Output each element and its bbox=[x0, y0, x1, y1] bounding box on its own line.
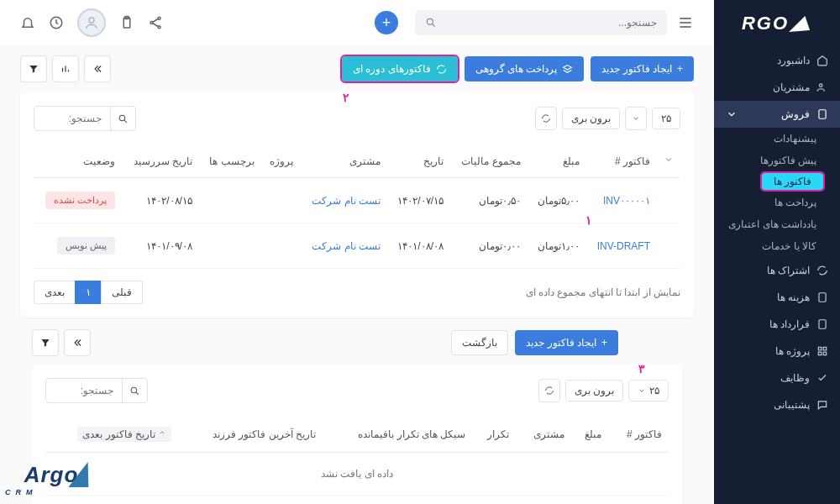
nav-support[interactable]: پشتیبانی bbox=[714, 391, 840, 418]
expand-button[interactable] bbox=[84, 55, 111, 82]
svg-point-16 bbox=[119, 115, 125, 121]
users-icon bbox=[816, 81, 828, 93]
clock-icon[interactable] bbox=[49, 15, 64, 30]
back-button[interactable]: بازگشت bbox=[451, 330, 508, 355]
filter-icon bbox=[39, 337, 51, 349]
clipboard-icon[interactable] bbox=[119, 15, 134, 30]
col2-nextdate[interactable]: تاریخ فاکتور بعدی bbox=[45, 417, 178, 453]
svg-rect-7 bbox=[823, 352, 827, 355]
nav-label: پروژه ها bbox=[775, 345, 810, 357]
subnav-proformas[interactable]: پیش فاکتورها bbox=[714, 150, 840, 171]
bell-icon[interactable] bbox=[20, 15, 35, 30]
new-invoice-button[interactable]: + ایجاد فاکتور جدید bbox=[591, 56, 694, 81]
col-due[interactable]: تاریخ سررسید bbox=[122, 144, 199, 178]
page-size-select-2[interactable]: ۲۵ bbox=[628, 380, 669, 402]
page-size-chevron[interactable] bbox=[625, 107, 647, 130]
table-search-input[interactable] bbox=[34, 108, 110, 129]
subnav-invoices[interactable]: فاکتور ها bbox=[762, 173, 823, 190]
cell-due: ۱۴۰۲/۰۸/۱۵ bbox=[122, 178, 199, 223]
share-icon[interactable] bbox=[148, 15, 163, 30]
crm-brand-logo: Argo CRM bbox=[5, 459, 97, 499]
table2-search-button[interactable] bbox=[122, 379, 147, 402]
chart-icon bbox=[60, 63, 71, 75]
col-tax[interactable]: مجموع مالیات bbox=[450, 144, 528, 178]
page-prev[interactable]: قبلی bbox=[101, 281, 143, 304]
nav-sales[interactable]: فروش bbox=[714, 101, 840, 128]
cell-tags bbox=[199, 178, 261, 223]
col2-cycles[interactable]: سیکل های تکرار باقیمانده bbox=[323, 417, 472, 453]
refresh-button[interactable] bbox=[535, 107, 557, 130]
file-icon bbox=[816, 318, 828, 330]
nav-contracts[interactable]: قرارداد ها bbox=[714, 311, 840, 338]
export-button[interactable]: برون بری bbox=[562, 108, 620, 129]
col-tags[interactable]: برچسب ها bbox=[199, 144, 261, 178]
search-input[interactable] bbox=[444, 17, 657, 29]
export-label: برون بری bbox=[571, 113, 611, 124]
export-button-2[interactable]: برون بری bbox=[565, 380, 623, 402]
expand-button-2[interactable] bbox=[64, 329, 91, 356]
subnav-proposals[interactable]: پیشنهادات bbox=[714, 128, 840, 150]
btn-label: پرداخت های گروهی bbox=[475, 63, 558, 75]
col-amount[interactable]: مبلغ bbox=[528, 144, 586, 178]
page-size-select[interactable]: ۲۵ bbox=[652, 108, 680, 129]
col2-repeat[interactable]: تکرار bbox=[472, 417, 516, 453]
page-next[interactable]: بعدی bbox=[34, 281, 75, 304]
cell-tax: ۰٫۰۰تومان bbox=[450, 223, 528, 269]
export-label: برون بری bbox=[575, 385, 614, 396]
invoice-link[interactable]: INV۰۰۰۰۰۱ bbox=[603, 195, 650, 207]
subnav-items[interactable]: کالا یا خدمات bbox=[714, 235, 840, 257]
search-icon bbox=[129, 386, 140, 396]
chat-icon bbox=[816, 399, 828, 411]
col2-invoice[interactable]: فاکتور # bbox=[608, 417, 669, 453]
col2-lastchild[interactable]: تاریخ آخرین فاکتور فرزند bbox=[178, 417, 323, 453]
svg-rect-2 bbox=[819, 293, 826, 302]
invoice-link[interactable]: INV-DRAFT bbox=[597, 240, 650, 252]
sidebar: RGO داشبورد مشتریان فروش پیشنهادات پیش ف… bbox=[714, 0, 840, 504]
svg-rect-4 bbox=[818, 347, 822, 350]
col-project[interactable]: پروژه bbox=[261, 144, 301, 178]
nav-customers[interactable]: مشتریان bbox=[714, 74, 840, 101]
page-1[interactable]: ۱ bbox=[75, 281, 101, 304]
nav-dashboard[interactable]: داشبورد bbox=[714, 47, 840, 74]
col2-customer[interactable]: مشتری bbox=[516, 417, 571, 453]
cell-project bbox=[261, 223, 301, 269]
customer-link[interactable]: تست نام شرکت bbox=[312, 240, 381, 252]
filter-button-2[interactable] bbox=[32, 329, 59, 356]
quick-add-button[interactable]: + bbox=[375, 11, 398, 34]
subnav-creditnotes[interactable]: یادداشت های اعتباری bbox=[714, 213, 840, 235]
row-toggle-header[interactable] bbox=[657, 144, 680, 178]
refresh-icon bbox=[544, 386, 554, 396]
global-search[interactable] bbox=[415, 10, 667, 35]
home-icon bbox=[816, 55, 828, 66]
nav-projects[interactable]: پروژه ها bbox=[714, 338, 840, 365]
subnav-payments[interactable]: پرداخت ها bbox=[714, 192, 840, 213]
nav-tasks[interactable]: وظایف bbox=[714, 365, 840, 391]
cell-amount: ۱٫۰۰تومان bbox=[528, 223, 586, 269]
recurring-invoices-card: ۲۵ برون بری bbox=[32, 365, 682, 504]
nav-subscriptions[interactable]: اشتراک ها bbox=[714, 257, 840, 284]
nav-expenses[interactable]: هزینه ها bbox=[714, 284, 840, 311]
new-invoice-button-2[interactable]: + ایجاد فاکتور جدید bbox=[515, 330, 618, 355]
table2-search-input[interactable] bbox=[46, 380, 122, 402]
search-icon bbox=[425, 17, 437, 29]
chart-view-button[interactable] bbox=[52, 55, 79, 82]
menu-icon[interactable] bbox=[677, 14, 694, 31]
table-search-button[interactable] bbox=[110, 107, 135, 130]
col-status[interactable]: وضعیت bbox=[34, 144, 122, 178]
filter-button[interactable] bbox=[20, 55, 47, 82]
refresh-icon bbox=[436, 64, 447, 75]
group-payments-button[interactable]: پرداخت های گروهی bbox=[465, 56, 585, 81]
col-date[interactable]: تاریخ bbox=[387, 144, 450, 178]
periodic-invoices-button[interactable]: فاکتورهای دوره ای bbox=[342, 56, 458, 81]
refresh-button-2[interactable] bbox=[538, 379, 560, 402]
col-customer[interactable]: مشتری bbox=[300, 144, 387, 178]
col-invoice[interactable]: فاکتور # bbox=[586, 144, 657, 178]
table-row[interactable]: INV۰۰۰۰۰۱ ۵٫۰۰تومان ۰٫۵۰تومان ۱۴۰۲/۰۷/۱۵… bbox=[34, 178, 680, 223]
nav-label: فروش bbox=[781, 108, 810, 120]
table-row[interactable]: INV-DRAFT ۱٫۰۰تومان ۰٫۰۰تومان ۱۴۰۱/۰۸/۰۸… bbox=[34, 223, 680, 269]
topbar: + bbox=[0, 0, 714, 45]
svg-point-0 bbox=[820, 84, 823, 87]
avatar[interactable] bbox=[77, 8, 106, 37]
customer-link[interactable]: تست نام شرکت bbox=[312, 195, 381, 207]
col2-amount[interactable]: مبلغ bbox=[571, 417, 609, 453]
